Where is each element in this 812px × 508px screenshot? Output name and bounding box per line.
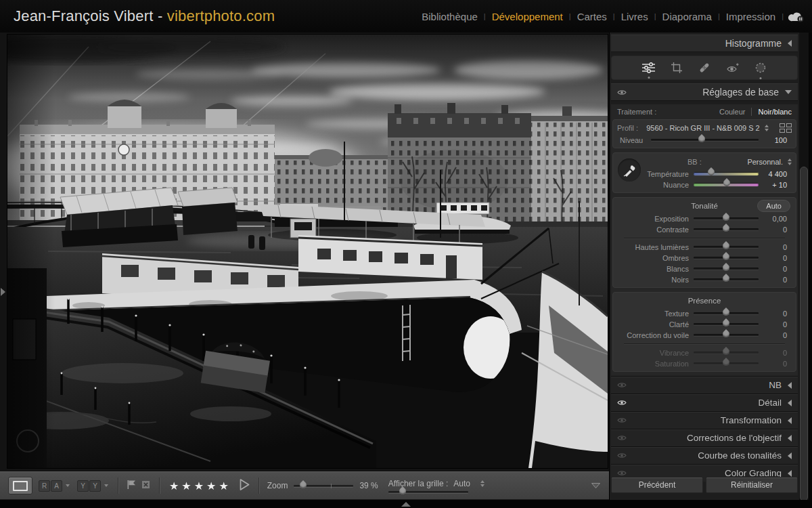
white-balance-eyedropper-icon[interactable]	[618, 158, 641, 182]
correction-voile-slider-thumb[interactable]	[721, 329, 731, 339]
clarte-slider-thumb[interactable]	[721, 318, 731, 328]
module-diaporama[interactable]: Diaporama	[656, 11, 718, 22]
grid-mode-value[interactable]: Auto	[453, 479, 470, 488]
panel-header-courbe-tonalites[interactable]: Courbe des tonalités	[611, 446, 798, 464]
reset-button[interactable]: Réinitialiser	[706, 477, 798, 493]
eye-icon[interactable]	[617, 417, 627, 423]
treatment-couleur-button[interactable]: Couleur	[719, 108, 746, 116]
expand-arrow-icon	[785, 90, 792, 94]
tool-active-dot	[648, 77, 650, 79]
nuance-slider-track[interactable]	[694, 183, 759, 186]
healing-tool-icon[interactable]	[698, 62, 710, 74]
correction-voile-slider-track[interactable]	[694, 334, 759, 336]
play-slideshow-icon[interactable]	[239, 478, 250, 494]
panel-header-detail[interactable]: Détail	[611, 394, 798, 411]
texture-slider-thumb[interactable]	[721, 308, 731, 317]
eye-icon[interactable]	[617, 470, 627, 476]
niveau-slider-thumb[interactable]	[697, 134, 706, 144]
clarte-slider-track[interactable]	[694, 323, 759, 325]
eye-icon[interactable]	[617, 89, 627, 96]
nuance-slider-thumb[interactable]	[722, 178, 731, 188]
panel-header-corrections-objectif[interactable]: Corrections de l'objectif	[611, 429, 798, 446]
vibrance-slider-track[interactable]	[694, 352, 759, 354]
zoom-slider-thumb[interactable]	[298, 480, 308, 489]
wb-spinner[interactable]	[788, 158, 792, 165]
grid-size-slider[interactable]	[388, 491, 468, 493]
panel-header-histogramme[interactable]: Histogramme	[611, 35, 798, 52]
crop-tool-icon[interactable]	[671, 62, 683, 74]
toolbar-options-chevron-icon[interactable]	[591, 482, 601, 489]
panel-header-nb[interactable]: NB	[611, 376, 798, 394]
identity-site-link[interactable]: vibertphoto.com	[167, 7, 275, 24]
panel-scrollbar[interactable]	[799, 33, 809, 508]
star-rating[interactable]: ★★★★★	[169, 480, 231, 492]
panel-header-reglages-de-base[interactable]: Réglages de base	[611, 83, 798, 101]
temperature-slider-thumb[interactable]	[706, 167, 716, 177]
module-developpement[interactable]: Développement	[486, 11, 569, 22]
reference-view-button[interactable]: R	[39, 480, 50, 492]
pick-flag-icon[interactable]	[127, 480, 137, 492]
after-view-button[interactable]: Y	[89, 480, 101, 492]
left-panel-expand-arrow-icon[interactable]	[1, 288, 5, 296]
panel-scrollbar-thumb[interactable]	[800, 167, 808, 501]
profile-browser-grid-icon[interactable]	[780, 123, 792, 133]
ombres-slider-track[interactable]	[694, 257, 759, 259]
reject-flag-icon[interactable]	[141, 480, 151, 492]
active-view-button[interactable]: A	[51, 480, 62, 492]
wb-value[interactable]: Personnal.	[747, 158, 783, 166]
compare-dropdown-icon[interactable]	[66, 484, 70, 487]
collapse-arrow-icon	[788, 40, 792, 47]
module-livres[interactable]: Livres	[615, 11, 654, 22]
treatment-row: Traitement : Couleur Noir/blanc	[611, 104, 798, 119]
blancs-slider-track[interactable]	[694, 268, 759, 270]
basic-adjustments-tool-icon[interactable]	[642, 62, 655, 73]
auto-tone-button[interactable]: Auto	[757, 200, 790, 212]
red-eye-tool-icon[interactable]	[726, 62, 739, 74]
contraste-slider-thumb[interactable]	[721, 224, 731, 233]
treatment-noir-blanc-button[interactable]: Noir/blanc	[758, 108, 792, 116]
tool-strip	[611, 56, 798, 80]
blancs-slider-thumb[interactable]	[721, 263, 731, 272]
noirs-slider-track[interactable]	[694, 278, 759, 280]
niveau-slider-track[interactable]	[651, 139, 759, 141]
hautes-lumieres-slider-thumb[interactable]	[721, 241, 731, 251]
sync-cloud-icon[interactable]	[788, 10, 805, 22]
photo-image[interactable]	[7, 34, 608, 469]
contraste-slider-track[interactable]	[694, 228, 759, 230]
before-after-dropdown-icon[interactable]	[104, 484, 108, 487]
ombres-slider-thumb[interactable]	[721, 252, 731, 261]
panel-footer-buttons: Précédent Réinitialiser	[611, 477, 798, 493]
masking-tool-icon[interactable]	[754, 62, 767, 74]
exposition-slider-track[interactable]	[694, 217, 759, 219]
collapse-arrow-icon	[788, 470, 792, 477]
module-bibliotheque[interactable]: Bibliothèque	[415, 11, 484, 22]
hautes-lumieres-slider-track[interactable]	[694, 246, 759, 248]
before-view-button[interactable]: Y	[77, 480, 89, 492]
exposition-slider-thumb[interactable]	[721, 213, 731, 222]
zoom-slider[interactable]	[294, 485, 353, 487]
vibrance-slider-thumb[interactable]	[721, 347, 731, 356]
saturation-slider-thumb[interactable]	[721, 358, 731, 367]
texture-slider-track[interactable]	[694, 312, 759, 314]
grid-overlay-control: Afficher la grille : Auto	[388, 479, 484, 493]
loupe-view-button[interactable]	[8, 477, 32, 494]
eye-icon[interactable]	[617, 400, 627, 406]
slider-hautes-lumieres: Hautes lumières 0	[618, 242, 789, 252]
toolbar: R A Y Y ★★★★★ Zoom 39 %	[0, 471, 609, 500]
profile-value[interactable]: 9560 - Ricoh GR III - N&B 009 S 2	[646, 124, 760, 132]
niveau-value: 100	[759, 136, 789, 144]
profile-spinner[interactable]	[765, 125, 769, 131]
panel-header-transformation[interactable]: Transformation	[611, 411, 798, 429]
filmstrip-expand-arrow-icon[interactable]	[401, 502, 411, 507]
noirs-slider-thumb[interactable]	[721, 274, 731, 283]
module-impression[interactable]: Impression	[720, 11, 782, 22]
previous-button[interactable]: Précédent	[611, 477, 703, 493]
eye-icon[interactable]	[617, 435, 627, 441]
eye-icon[interactable]	[617, 452, 627, 459]
grid-mode-spinner[interactable]	[480, 480, 484, 487]
presence-title: Présence	[688, 297, 721, 305]
eye-icon[interactable]	[617, 382, 627, 388]
module-cartes[interactable]: Cartes	[571, 11, 613, 22]
temperature-slider-track[interactable]	[694, 172, 759, 175]
saturation-slider-track[interactable]	[694, 362, 759, 364]
